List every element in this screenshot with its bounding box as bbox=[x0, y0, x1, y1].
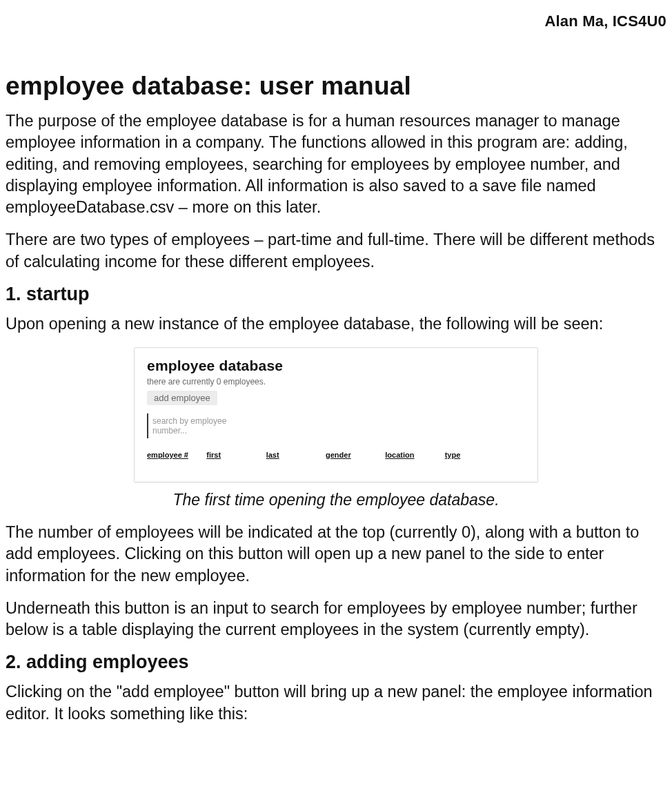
add-employee-button[interactable]: add employee bbox=[147, 391, 217, 405]
section-1-paragraph-3: Underneath this button is an input to se… bbox=[6, 598, 666, 641]
col-location[interactable]: location bbox=[385, 451, 444, 459]
section-2-heading: 2. adding employees bbox=[6, 652, 666, 673]
page-title: employee database: user manual bbox=[6, 72, 666, 101]
intro-paragraph-2: There are two types of employees – part-… bbox=[6, 229, 666, 273]
section-1-paragraph-1: Upon opening a new instance of the emplo… bbox=[6, 313, 666, 335]
document-page: Alan Ma, ICS4U0 employee database: user … bbox=[0, 0, 672, 763]
section-1-paragraph-2: The number of employees will be indicate… bbox=[6, 522, 666, 587]
intro-paragraph-1: The purpose of the employee database is … bbox=[6, 110, 666, 218]
col-employee-number[interactable]: employee # bbox=[147, 451, 206, 459]
col-type[interactable]: type bbox=[445, 451, 504, 459]
app-status-text: there are currently 0 employees. bbox=[147, 377, 525, 387]
search-input[interactable]: search by employee number... bbox=[147, 413, 264, 438]
col-gender[interactable]: gender bbox=[326, 451, 385, 459]
col-last[interactable]: last bbox=[266, 451, 326, 459]
figure-1-container: employee database there are currently 0 … bbox=[6, 347, 666, 482]
figure-1-caption: The first time opening the employee data… bbox=[6, 491, 666, 509]
header-author-course: Alan Ma, ICS4U0 bbox=[6, 12, 666, 30]
app-window-screenshot: employee database there are currently 0 … bbox=[134, 347, 538, 482]
col-first[interactable]: first bbox=[206, 451, 266, 459]
table-header-row: employee # first last gender location ty… bbox=[147, 451, 525, 459]
section-1-heading: 1. startup bbox=[6, 284, 666, 305]
app-title: employee database bbox=[147, 358, 525, 374]
section-2-paragraph-1: Clicking on the "add employee" button wi… bbox=[6, 681, 666, 725]
